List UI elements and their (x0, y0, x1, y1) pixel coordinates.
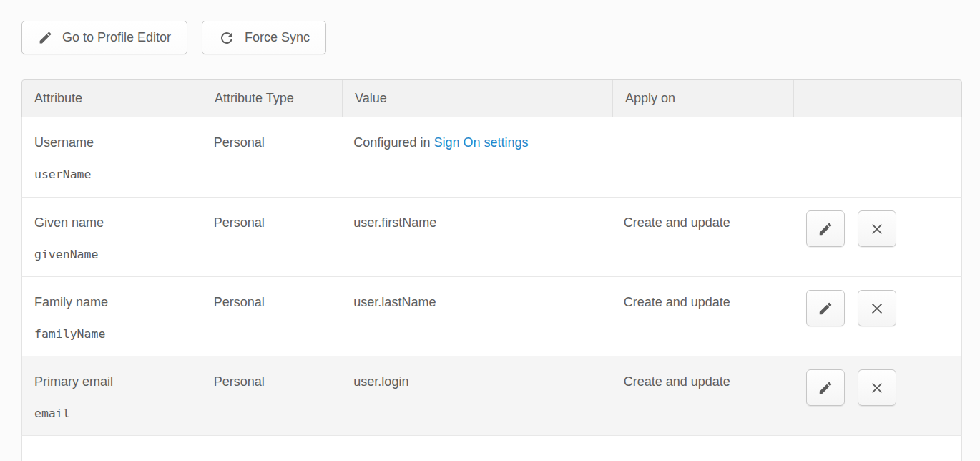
actions-cell (792, 198, 961, 276)
value-cell: user.firstName (341, 198, 611, 276)
table-header: Attribute Attribute Type Value Apply on (21, 79, 962, 117)
force-sync-label: Force Sync (245, 30, 310, 45)
header-value: Value (342, 80, 612, 117)
attribute-variable-name: givenName (34, 247, 195, 262)
delete-mapping-button[interactable] (858, 210, 896, 247)
attribute-variable-name: userName (34, 167, 195, 182)
sign-on-settings-link[interactable]: Sign On settings (433, 135, 528, 150)
close-icon (869, 380, 885, 396)
force-sync-button[interactable]: Force Sync (202, 21, 326, 54)
pencil-icon (818, 221, 833, 237)
go-to-profile-editor-button[interactable]: Go to Profile Editor (21, 21, 187, 54)
attribute-cell: Family name familyName (22, 277, 202, 356)
actions-cell (792, 277, 961, 356)
apply-on-cell (612, 117, 793, 197)
delete-mapping-button[interactable] (858, 369, 896, 406)
value-cell: Configured in Sign On settings (341, 117, 611, 197)
apply-on-cell: Create and update (612, 277, 793, 356)
value-cell: user.login (341, 356, 611, 435)
attribute-label: Given name (34, 215, 195, 230)
pencil-icon (38, 30, 53, 45)
pencil-icon (818, 380, 833, 396)
edit-mapping-button[interactable] (806, 210, 845, 247)
attribute-type-cell: Personal (202, 198, 342, 276)
actions-cell (792, 356, 961, 435)
attribute-label: Family name (34, 295, 195, 310)
close-icon (869, 221, 885, 237)
attribute-cell: Primary email email (22, 356, 202, 435)
attribute-mappings-page: Go to Profile Editor Force Sync Attribut… (0, 0, 980, 461)
edit-mapping-button[interactable] (806, 369, 845, 406)
close-icon (869, 301, 885, 316)
attribute-cell: Given name givenName (22, 198, 202, 276)
apply-on-cell: Create and update (612, 356, 793, 435)
table-row-family-name: Family name familyName Personal user.las… (21, 277, 962, 356)
attribute-type-cell: Personal (202, 356, 342, 435)
go-to-profile-editor-label: Go to Profile Editor (62, 30, 171, 45)
attribute-type-cell: Personal (202, 117, 342, 197)
attribute-type-cell: Personal (202, 277, 342, 356)
edit-mapping-button[interactable] (806, 290, 845, 326)
header-attribute-type: Attribute Type (202, 80, 342, 117)
attribute-variable-name: email (34, 406, 195, 421)
refresh-icon (218, 29, 235, 47)
attribute-label: Primary email (34, 374, 195, 389)
value-text: Configured in (353, 135, 433, 150)
pencil-icon (818, 301, 833, 316)
toolbar: Go to Profile Editor Force Sync (21, 21, 326, 54)
attribute-cell: Username userName (22, 117, 202, 197)
table-row-given-name: Given name givenName Personal user.first… (21, 198, 962, 277)
attribute-mappings-table: Attribute Attribute Type Value Apply on … (21, 79, 962, 461)
header-actions (793, 80, 961, 117)
actions-cell (792, 117, 961, 197)
attribute-variable-name: familyName (34, 326, 195, 341)
table-row-username: Username userName Personal Configured in… (21, 117, 962, 198)
attribute-label: Username (34, 135, 195, 150)
value-cell: user.lastName (341, 277, 611, 356)
table-row-partial (21, 436, 962, 461)
apply-on-cell: Create and update (612, 198, 793, 276)
delete-mapping-button[interactable] (858, 290, 896, 326)
header-attribute: Attribute (22, 80, 202, 117)
table-row-primary-email: Primary email email Personal user.login … (21, 356, 962, 436)
header-apply-on: Apply on (612, 80, 793, 117)
